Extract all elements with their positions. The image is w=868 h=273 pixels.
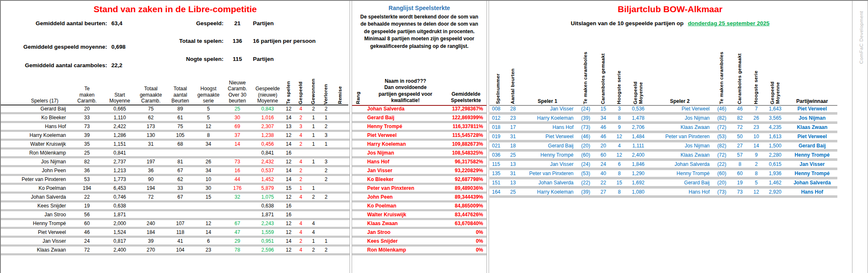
cell-hoogste-serie: 26 [195,158,222,165]
cell-speler-naam: Ko Bleeker [352,176,428,183]
cell-speler-1: Gerard Baij [521,142,577,149]
cell-verloren [320,202,332,209]
cell-gespeeld: 2 [295,238,307,244]
cell-gemaakt-1: 46 [594,133,612,140]
cell-te-maken-2: (20) [713,179,731,186]
cell-hoogste-serie-2: 2 [749,161,763,168]
cell-te-spelen: 12 [283,158,295,165]
cell-speler-naam: Johan Salverda [352,105,428,112]
ranglijst-row: Harry Koeleman 109,882673% [352,141,487,150]
ranglijst-row: Klaas Zwaan 63,670840% [352,220,487,229]
standings-row: Klaas Zwaan 72 2,400 270 104 23 78 2,596… [1,247,350,255]
cell-te-maken-1: (39) [577,115,594,121]
cell-totaal-gemaakte-caramb: 36 [136,167,166,174]
cell-start-moyenne: 1,871 [104,211,136,218]
cell-aantal-beurten: 13 [505,179,521,186]
cell-partijwinnaar: Klaas Zwaan [787,124,837,131]
cell-start-moyenne: 6,453 [104,185,136,192]
cell-gewonnen: 1 [307,132,320,139]
cell-speelsterkte-pct: 92,687798% [428,176,487,183]
cell-moyenne-1: 2,400 [626,152,650,158]
cell-te-spelen: 12 [283,229,295,236]
cell-te-maken-caramb: 73 [70,123,104,130]
cell-hoogste-serie-2: 7 [749,105,763,112]
cell-te-maken-1: (24) [577,161,594,168]
panel-divider [352,1,352,273]
cell-speler-naam: Peter van Pinxteren [352,185,428,192]
cell-totaal-aantal-beurten: 105 [166,132,195,139]
header-gemiddelde-speelsterkte: Gemiddelde Speelsterkte [446,91,487,104]
cell-spelnummer: 151 [489,179,505,186]
header-hoogst-gemaakte-serie: Hoogst gemaakte serie [195,86,222,104]
cell-speler-naam: Harry Koeleman [1,132,70,139]
cell-speler-naam: Jan Visser [1,238,70,244]
cell-hoogste-serie: 12 [195,220,222,227]
cell-gespeelde-moyenne: 0,456 [253,141,283,147]
cell-te-maken-caramb: 22 [70,194,104,200]
cell-totaal-gemaakte-caramb [136,202,166,209]
cell-speelsterkte-pct: 108,548325% [428,150,487,156]
cell-hoogste-serie-1: 8 [612,170,626,177]
cell-moyenne-1: 1,692 [626,179,650,186]
match-date-link[interactable]: donderdag 25 september 2025 [688,20,769,26]
cell-nieuwe-caramb: 16 [222,167,253,174]
cell-speler-2: Jos Nijman [650,115,713,121]
standings-row: Henny Trompé 60 2,000 240 107 12 67 2,24… [1,220,350,229]
cell-gewonnen: 1 [307,185,320,192]
standings-row: Jan Stroo 56 1,871 1,871 16 [1,211,350,220]
uitslagen-table-body: 008 28 Jan Visser (24) 15 3 0,536 Piet V… [489,105,837,198]
cell-gewonnen [307,176,320,183]
cell-totaal-gemaakte-caramb: 197 [136,158,166,165]
cell-te-maken-caramb: 82 [70,158,104,165]
cell-moyenne-1: 1,111 [626,142,650,149]
cell-verloren: 2 [320,247,332,253]
uitslag-row: 036 25 Henny Trompé (60) 60 12 2,400 Kla… [489,152,837,161]
panel-divider [487,1,487,273]
stat-label: Totaal te spelen: [1,38,224,44]
header-te-maken-caramboles-2: Te maken caramboles [713,52,731,104]
cell-remise [332,176,348,183]
cell-nieuwe-caramb: 176 [222,185,253,192]
cell-gespeeld: 2 [295,114,307,121]
cell-hoogste-serie: 34 [195,141,222,147]
cell-spelnummer: 021 [489,142,505,149]
cell-speler-naam: Klaas Zwaan [352,220,428,227]
standings-row: John Peen 36 1,213 36 67 34 16 0,537 14 … [1,167,350,176]
cell-nieuwe-caramb: 67 [222,220,253,227]
cell-gewonnen [307,211,320,218]
header-te-maken-caramboles-1: Te maken caramboles [577,52,594,104]
cell-gespeeld [295,202,307,209]
ranglijst-panel: Ranglijst Speelsterkte De speelsterkte w… [352,1,487,273]
cell-gespeelde-moyenne: 2,432 [253,158,283,165]
cell-hoogste-serie-2: 8 [749,170,763,177]
cell-gemaakt-1: 60 [594,152,612,158]
standings-table-body: Gerard Baij 20 0,665 75 89 5 25 0,843 12… [1,105,350,255]
ranglijst-row: Ko Poelman 84,865009% [352,202,487,211]
ranglijst-row: Peter van Pinxteren 89,489036% [352,185,487,194]
cell-gewonnen: 1 [307,141,320,147]
cell-gewonnen: 1 [307,238,320,244]
header-hoogste-serie-2: Hoogste serie [749,71,763,104]
stat-label: Gemiddeld gespeeld moyenne: [1,44,107,50]
cell-start-moyenne: 2,422 [104,123,136,130]
header-verloren: Verloren [320,84,332,104]
uitslag-row: 135 31 Peter van Pinxteren (53) 40 8 1,2… [489,170,837,179]
cell-gewonnen: 1 [307,123,320,130]
cell-start-moyenne: 0,817 [104,238,136,244]
cell-te-maken-caramb: 24 [70,238,104,244]
cell-speler-naam: John Peen [1,167,70,174]
cell-gemaakt-2: 73 [731,189,749,195]
cell-gespeelde-moyenne: 1,559 [253,229,283,236]
standings-row: Kees Snijder 19 0,638 0,638 16 [1,202,350,211]
uitslag-row: 018 17 Hans Hof (73) 46 9 2,706 Klaas Zw… [489,124,837,133]
uitslag-row: 019 31 Piet Verweel (46) 46 12 1,484 Pet… [489,133,837,142]
cell-gemaakt-2: 50 [731,133,749,140]
cell-hoogste-serie-1: 8 [612,115,626,121]
cell-remise [332,114,348,121]
cell-start-moyenne: 0,841 [104,150,136,156]
standings-row: Ron Mölenkamp 25 0,841 0,841 16 [1,150,350,158]
cell-gespeeld: 4 [295,194,307,200]
standings-row: Jos Nijman 82 2,737 197 81 26 73 2,432 1… [1,158,350,167]
cell-hoogste-serie-2: 14 [749,142,763,149]
uitslagen-subtitle: Uitslagen van de 10 gespeelde partijen o… [489,20,851,26]
